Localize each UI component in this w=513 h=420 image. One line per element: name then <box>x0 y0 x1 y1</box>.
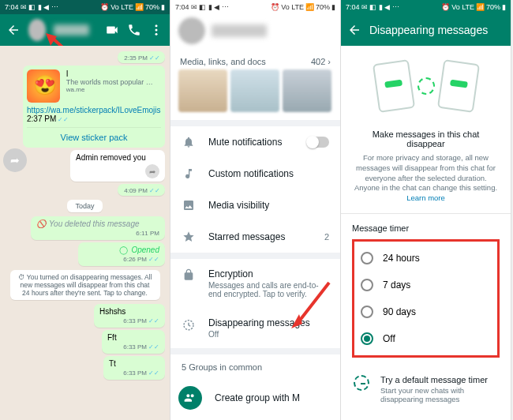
contact-avatar <box>178 17 205 44</box>
message-out[interactable]: 4:09 PM✓✓ <box>118 184 165 196</box>
msg-text: Admin removed you <box>76 153 146 162</box>
groups-in-common-header: 5 Groups in common <box>170 354 340 377</box>
voice-call-icon[interactable] <box>127 23 141 37</box>
battery: 70% <box>145 3 159 11</box>
view-sticker-pack-button[interactable]: View sticker pack <box>27 127 161 144</box>
learn-more-link[interactable]: Learn more <box>406 193 445 202</box>
block-icon: 🚫 <box>36 219 46 228</box>
radio-icon <box>361 332 373 345</box>
status-bar: 7:04 ✉ ◧ ▮ ◀ ⋯ ⏰ Vo LTE 📶 70% ▮ <box>0 0 170 14</box>
system-message-disappearing[interactable]: ⏱ You turned on disappearing messages. A… <box>10 270 160 300</box>
msg-text: Hshshs <box>99 307 125 316</box>
view-once-opened[interactable]: ◯Opened 6:26 PM✓✓ <box>78 242 165 266</box>
description-block: Make messages in this chat disappear For… <box>341 129 511 213</box>
battery: 70% <box>316 3 330 11</box>
try-default-timer-row[interactable]: Try a default message timer Start your n… <box>341 364 511 414</box>
sticker-thumb <box>27 69 60 103</box>
battery: 70% <box>486 3 500 11</box>
image-icon <box>182 199 196 212</box>
timer-illustration <box>418 77 435 95</box>
create-group-row[interactable]: Create group with M <box>170 377 340 419</box>
star-icon <box>182 231 196 243</box>
msg-time: 6:33 PM <box>123 369 147 377</box>
media-thumbs[interactable] <box>170 69 340 120</box>
media-thumb[interactable] <box>283 69 331 112</box>
chat-header[interactable] <box>0 14 170 46</box>
timer-option-90d[interactable]: 90 days <box>356 298 496 325</box>
sticker-link-card[interactable]: I The worlds most popular … wa.me https:… <box>23 66 165 148</box>
msg-text: Opened <box>131 246 159 254</box>
msg-time: 2:35 PM <box>124 54 148 62</box>
msg-time: 6:11 PM <box>36 230 159 237</box>
group-icon <box>178 386 202 410</box>
chat-body[interactable]: 2:35 PM✓✓ I The worlds most popular … wa… <box>0 46 170 420</box>
try-subtitle: Start your new chats with disappearing m… <box>380 386 498 403</box>
contact-avatar[interactable] <box>28 19 46 41</box>
media-visibility-row[interactable]: Media visibility <box>170 189 340 221</box>
message-timer-section: Message timer 24 hours 7 days 90 days Of… <box>341 217 511 364</box>
starred-messages-row[interactable]: Starred messages 2 <box>170 221 340 253</box>
disappearing-messages-row[interactable]: Disappearing messagesOff <box>170 308 340 348</box>
msg-time: 6:33 PM <box>123 317 147 324</box>
media-thumb[interactable] <box>230 69 279 112</box>
row-label: Encryption <box>208 268 329 279</box>
sticker-title: I <box>66 69 159 78</box>
phone-illustration <box>372 59 414 113</box>
message-in[interactable]: Admin removed you ➦ <box>70 150 165 182</box>
clock: 7:04 <box>346 3 360 11</box>
msg-text: Fft <box>107 333 117 342</box>
divider <box>170 348 340 354</box>
forward-fab[interactable]: ➦ <box>3 148 27 172</box>
reply-icon[interactable]: ➦ <box>145 164 159 178</box>
encryption-row[interactable]: EncryptionMessages and calls are end-to-… <box>170 259 340 308</box>
row-label: Media visibility <box>208 200 329 211</box>
media-count: 402 › <box>311 57 331 66</box>
option-label: Off <box>383 333 395 344</box>
message-out[interactable]: 2:35 PM✓✓ <box>118 51 165 63</box>
row-label: Disappearing messages <box>208 317 329 328</box>
sticker-link[interactable]: https://wa.me/stickerpack/ILoveEmojis <box>27 106 161 114</box>
back-icon[interactable] <box>6 23 21 37</box>
timer-option-off[interactable]: Off <box>356 325 496 352</box>
msg-time: 6:33 PM <box>123 343 147 351</box>
clock: 7:04 <box>175 3 189 11</box>
screen-title: Disappearing messages <box>369 24 504 36</box>
media-links-docs-row[interactable]: Media, links, and docs 402 › <box>170 51 340 69</box>
lock-icon <box>182 268 196 281</box>
timer-option-24h[interactable]: 24 hours <box>356 245 496 272</box>
svg-point-0 <box>155 24 158 27</box>
net: Vo LTE <box>281 3 304 11</box>
bell-icon <box>182 136 196 148</box>
sticker-domain: wa.me <box>66 86 159 93</box>
try-title: Try a default message timer <box>380 375 498 384</box>
svg-point-2 <box>155 33 158 36</box>
contact-header[interactable] <box>170 14 340 51</box>
video-call-icon[interactable] <box>105 23 119 37</box>
custom-notifications-row[interactable]: Custom notifications <box>170 158 340 189</box>
disappearing-messages-panel: 7:04 ✉ ◧ ▮ ◀ ⋯ ⏰ Vo LTE 📶 70% ▮ Disappea… <box>341 0 511 420</box>
media-thumb[interactable] <box>178 69 227 112</box>
option-label: 7 days <box>383 279 410 291</box>
message-out[interactable]: Fft6:33 PM✓✓ <box>102 330 165 354</box>
description-body: For more privacy and storage, all new me… <box>354 153 497 192</box>
contact-name[interactable] <box>54 24 89 36</box>
divider <box>341 213 511 214</box>
timer-option-7d[interactable]: 7 days <box>356 272 496 298</box>
row-label: Starred messages <box>208 231 312 242</box>
row-sublabel: Off <box>208 330 329 339</box>
svg-point-1 <box>155 29 158 32</box>
clock: 7:04 <box>5 3 19 11</box>
media-title: Media, links, and docs <box>180 57 266 66</box>
radio-icon <box>361 252 373 264</box>
sticker-desc: The worlds most popular … <box>66 78 159 86</box>
back-icon[interactable] <box>347 23 361 37</box>
option-label: 24 hours <box>383 253 420 264</box>
more-icon[interactable] <box>149 23 163 37</box>
hero-illustration <box>341 46 511 129</box>
message-out[interactable]: Tt6:33 PM✓✓ <box>103 356 165 380</box>
message-out[interactable]: Hshshs6:33 PM✓✓ <box>94 304 165 328</box>
deleted-message[interactable]: 🚫You deleted this message 6:11 PM <box>31 216 165 240</box>
mute-notifications-row[interactable]: Mute notifications <box>170 126 340 158</box>
radio-icon <box>361 279 373 291</box>
mute-switch[interactable] <box>307 137 329 148</box>
